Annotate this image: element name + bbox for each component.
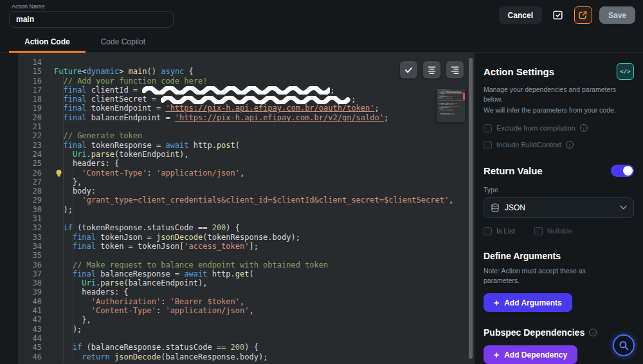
- code-line[interactable]: // Make request to balance endpoint with…: [54, 260, 474, 269]
- add-dependency-button[interactable]: + Add Dependency: [484, 345, 577, 364]
- checkbox-icon: [484, 227, 492, 235]
- code-line[interactable]: headers: {: [54, 287, 474, 296]
- info-icon: i: [580, 124, 588, 132]
- action-settings-panel: Action Settings </> Manage your dependen…: [474, 53, 643, 364]
- line-number: 24: [18, 150, 42, 159]
- code-token: [54, 260, 73, 269]
- validate-code-button[interactable]: [400, 61, 417, 78]
- code-token: 'Content-Type': [91, 306, 156, 315]
- arguments-note: Note: Action must accept these as parame…: [484, 266, 617, 286]
- code-line[interactable]: final clientSecret = ;: [54, 95, 474, 104]
- code-lines[interactable]: Future<dynamic> main() async { // Add yo…: [50, 58, 474, 364]
- code-line[interactable]: },: [54, 177, 474, 187]
- action-name-input[interactable]: [9, 11, 174, 28]
- code-line[interactable]: [54, 122, 474, 131]
- code-line[interactable]: final tokenJson = jsonDecode(tokenRespon…: [54, 233, 474, 242]
- line-number: 35: [18, 251, 42, 260]
- line-number: 16: [18, 77, 42, 86]
- code-line[interactable]: return jsonDecode(balanceResponse.body);: [54, 352, 474, 361]
- code-token: jsonDecode: [114, 352, 161, 361]
- code-line[interactable]: if (balanceResponse.statusCode == 200) {: [54, 343, 474, 352]
- code-check-icon-button[interactable]: [549, 6, 567, 24]
- format-code-button[interactable]: [423, 61, 440, 78]
- code-token: http.: [207, 269, 235, 278]
- code-token: parse: [100, 278, 123, 287]
- code-token: post: [217, 141, 235, 150]
- checkbox-icon: [484, 141, 492, 149]
- code-line[interactable]: // Generate token: [54, 131, 474, 140]
- code-line[interactable]: if (tokenResponse.statusCode == 200) {: [54, 223, 474, 232]
- code-line[interactable]: );: [54, 205, 474, 214]
- code-line[interactable]: Uri.parse(balanceEndpoint),: [54, 278, 474, 287]
- code-token: 'Content-Type': [82, 168, 147, 177]
- return-value-toggle[interactable]: [611, 165, 634, 177]
- code-token: (balanceResponse.body);: [161, 352, 267, 361]
- code-token: .: [87, 150, 91, 159]
- check-icon: [404, 65, 413, 75]
- code-line[interactable]: final tokenResponse = await http.post(: [54, 141, 474, 150]
- tab-action-code[interactable]: Action Code: [9, 31, 86, 52]
- exclude-compilation-checkbox[interactable]: Exclude from compilation i: [484, 124, 634, 132]
- code-line[interactable]: body:: [54, 187, 474, 196]
- code-token: final: [73, 242, 96, 251]
- code-line[interactable]: },: [54, 315, 474, 324]
- return-type-select[interactable]: JSON: [484, 197, 634, 218]
- code-line[interactable]: );: [54, 325, 474, 334]
- plus-icon: +: [494, 350, 499, 359]
- add-dependency-label: Add Dependency: [504, 350, 567, 359]
- line-number: 15: [18, 67, 42, 76]
- code-line[interactable]: [54, 251, 474, 260]
- code-token: ,: [240, 168, 244, 177]
- code-line[interactable]: [54, 334, 474, 343]
- zoom-search-button[interactable]: [613, 334, 635, 356]
- code-editor[interactable]: 1415161718192021222324252627282930313233…: [0, 53, 474, 364]
- include-buildcontext-checkbox[interactable]: Include BuildContext i: [484, 141, 634, 149]
- open-external-icon-button[interactable]: [574, 6, 592, 24]
- define-arguments-title: Define Arguments: [484, 251, 634, 261]
- code-line[interactable]: Uri.parse(tokenEndpoint),: [54, 150, 474, 159]
- is-list-checkbox[interactable]: Is List: [484, 227, 515, 235]
- exclude-compilation-label: Exclude from compilation: [496, 124, 575, 132]
- line-number: 34: [18, 242, 42, 251]
- code-token: 'access_token': [184, 242, 249, 251]
- code-line[interactable]: [54, 214, 474, 223]
- cancel-button[interactable]: Cancel: [499, 6, 542, 24]
- save-button[interactable]: Save: [599, 6, 635, 24]
- view-code-button[interactable]: </>: [617, 63, 634, 80]
- code-token: [54, 343, 73, 352]
- tab-code-copilot[interactable]: Code Copilot: [86, 31, 161, 52]
- code-token: (balanceResponse.statusCode ==: [82, 343, 230, 352]
- editor-toolbar: [400, 61, 464, 78]
- code-token: (): [147, 67, 161, 76]
- code-token: :: [156, 306, 165, 315]
- code-token: ) {: [226, 223, 240, 232]
- minimap[interactable]: Future<dynamic> main() async { // Add yo…: [437, 89, 465, 122]
- code-token: [54, 77, 63, 86]
- line-number: 45: [18, 343, 42, 352]
- code-token: final: [63, 141, 86, 150]
- code-line[interactable]: 'Content-Type': 'application/json',: [54, 168, 474, 177]
- add-arguments-label: Add Arguments: [504, 298, 562, 307]
- line-number: 20: [18, 113, 42, 122]
- code-line[interactable]: final balanceEndpoint = 'https://pix-h.a…: [54, 113, 474, 122]
- editor-scrollbar[interactable]: [468, 53, 473, 364]
- code-token: [54, 242, 73, 251]
- code-token: },: [54, 315, 91, 324]
- code-line[interactable]: 'Content-Type': 'application/json',: [54, 306, 474, 315]
- code-line[interactable]: final clientId = ;: [54, 86, 474, 95]
- code-line[interactable]: final tokenEndpoint = 'https://pix-h.api…: [54, 104, 474, 113]
- scrollbar-thumb[interactable]: [469, 58, 473, 359]
- code-token: ,: [249, 306, 253, 315]
- code-line[interactable]: final balanceResponse = await http.get(: [54, 269, 474, 278]
- code-line[interactable]: final token = tokenJson['access_token'];: [54, 242, 474, 251]
- auto-indent-button[interactable]: [446, 61, 464, 78]
- add-arguments-button[interactable]: + Add Arguments: [484, 293, 572, 312]
- nullable-checkbox[interactable]: Nullable: [534, 227, 573, 235]
- code-line[interactable]: 'grant_type=client_credentials&client_id…: [54, 196, 474, 205]
- code-token: ) {: [244, 343, 258, 352]
- code-line[interactable]: 'Authorization': 'Bearer $token',: [54, 297, 474, 306]
- code-line[interactable]: headers: {: [54, 159, 474, 168]
- line-number: 46: [18, 352, 42, 361]
- pubspec-title: Pubspec Dependencies: [484, 327, 584, 338]
- hint-lightbulb-icon[interactable]: [55, 169, 62, 177]
